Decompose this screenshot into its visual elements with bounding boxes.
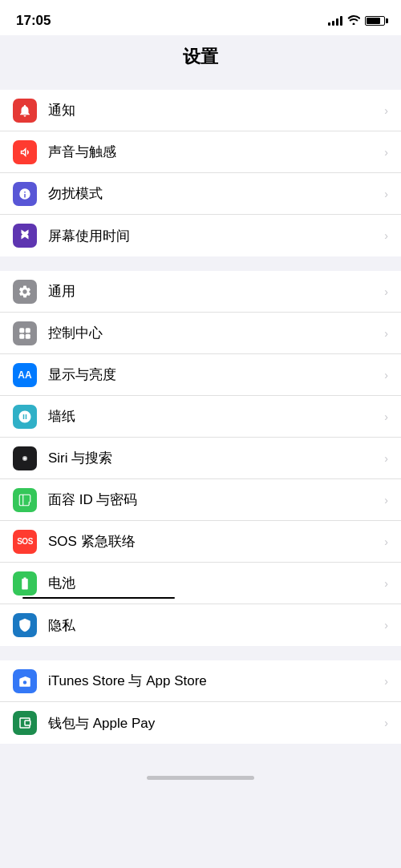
chevron-icon: › — [384, 619, 388, 632]
screentime-label: 屏幕使用时间 — [48, 227, 378, 245]
home-indicator — [0, 776, 401, 789]
section-gap-1 — [0, 75, 401, 90]
settings-item-controlcenter[interactable]: 控制中心 › — [0, 313, 401, 354]
faceid-label: 面容 ID 与密码 — [48, 491, 378, 509]
privacy-label: 隐私 — [48, 616, 378, 635]
display-icon: AA — [13, 363, 37, 387]
chevron-icon: › — [384, 146, 388, 159]
page-header: 设置 — [0, 35, 401, 75]
section-gap-3 — [0, 646, 401, 660]
page-title: 设置 — [183, 46, 218, 67]
settings-item-wallpaper[interactable]: 墙纸 › — [0, 396, 401, 438]
settings-item-sound[interactable]: 声音与触感 › — [0, 131, 401, 173]
chevron-icon: › — [384, 494, 388, 507]
settings-section-1: 通知 › 声音与触感 › 勿扰模式 › 屏幕使用时间 › — [0, 90, 401, 256]
itunes-icon — [13, 669, 37, 693]
chevron-icon: › — [384, 675, 388, 688]
chevron-icon: › — [384, 327, 388, 340]
settings-item-itunes[interactable]: iTunes Store 与 App Store › — [0, 660, 401, 702]
wallet-label: 钱包与 Apple Pay — [48, 714, 378, 733]
wallet-icon — [13, 711, 37, 735]
settings-item-display[interactable]: AA 显示与亮度 › — [0, 354, 401, 396]
chevron-icon: › — [384, 104, 388, 117]
settings-item-faceid[interactable]: 面容 ID 与密码 › — [0, 479, 401, 521]
settings-section-3: iTunes Store 与 App Store › 钱包与 Apple Pay… — [0, 660, 401, 744]
general-icon — [13, 280, 37, 304]
settings-section-2: 通用 › 控制中心 › AA 显示与亮度 › 墙纸 › Siri 与搜索 › 面… — [0, 271, 401, 646]
sound-icon — [13, 140, 37, 164]
wallpaper-label: 墙纸 — [48, 407, 378, 426]
settings-item-battery[interactable]: 电池 › — [0, 563, 401, 604]
wifi-icon — [347, 15, 360, 27]
sos-icon: SOS — [13, 530, 37, 554]
svg-rect-2 — [19, 333, 24, 338]
display-label: 显示与亮度 — [48, 365, 378, 384]
battery-label: 电池 — [48, 574, 378, 592]
siri-label: Siri 与搜索 — [48, 449, 378, 467]
bottom-gap — [0, 744, 401, 776]
screentime-icon — [13, 224, 37, 248]
chevron-icon: › — [384, 410, 388, 423]
section-gap-2 — [0, 256, 401, 271]
svg-point-5 — [24, 457, 26, 459]
wallpaper-icon — [13, 405, 37, 429]
status-icons — [328, 15, 385, 27]
donotdisturb-icon — [13, 182, 37, 206]
status-bar: 17:05 — [0, 0, 401, 35]
chevron-icon: › — [384, 452, 388, 465]
settings-item-screentime[interactable]: 屏幕使用时间 › — [0, 215, 401, 256]
settings-item-wallet[interactable]: 钱包与 Apple Pay › — [0, 702, 401, 744]
svg-rect-0 — [19, 328, 24, 333]
general-label: 通用 — [48, 282, 378, 301]
chevron-icon: › — [384, 188, 388, 200]
chevron-icon: › — [384, 535, 388, 548]
settings-item-donotdisturb[interactable]: 勿扰模式 › — [0, 173, 401, 215]
svg-rect-3 — [26, 333, 30, 338]
settings-item-privacy[interactable]: 隐私 › — [0, 604, 401, 646]
battery-status-icon — [365, 16, 385, 26]
notification-icon — [13, 99, 37, 123]
status-time: 17:05 — [16, 13, 51, 29]
sound-label: 声音与触感 — [48, 143, 378, 161]
privacy-icon — [13, 613, 37, 637]
sos-label: SOS 紧急联络 — [48, 532, 378, 551]
settings-item-sos[interactable]: SOS SOS 紧急联络 › — [0, 521, 401, 563]
siri-icon — [13, 446, 37, 470]
chevron-icon: › — [384, 285, 388, 298]
itunes-label: iTunes Store 与 App Store — [48, 672, 378, 690]
chevron-icon: › — [384, 369, 388, 382]
faceid-icon — [13, 488, 37, 512]
chevron-icon: › — [384, 229, 388, 242]
donotdisturb-label: 勿扰模式 — [48, 184, 378, 203]
signal-icon — [328, 16, 342, 26]
controlcenter-label: 控制中心 — [48, 324, 378, 342]
chevron-icon: › — [384, 717, 388, 729]
settings-item-notification[interactable]: 通知 › — [0, 90, 401, 131]
settings-item-general[interactable]: 通用 › — [0, 271, 401, 313]
battery-icon — [13, 571, 37, 595]
notification-label: 通知 — [48, 101, 378, 119]
settings-item-siri[interactable]: Siri 与搜索 › — [0, 438, 401, 479]
svg-rect-1 — [26, 328, 30, 333]
controlcenter-icon — [13, 321, 37, 345]
chevron-icon: › — [384, 577, 388, 590]
